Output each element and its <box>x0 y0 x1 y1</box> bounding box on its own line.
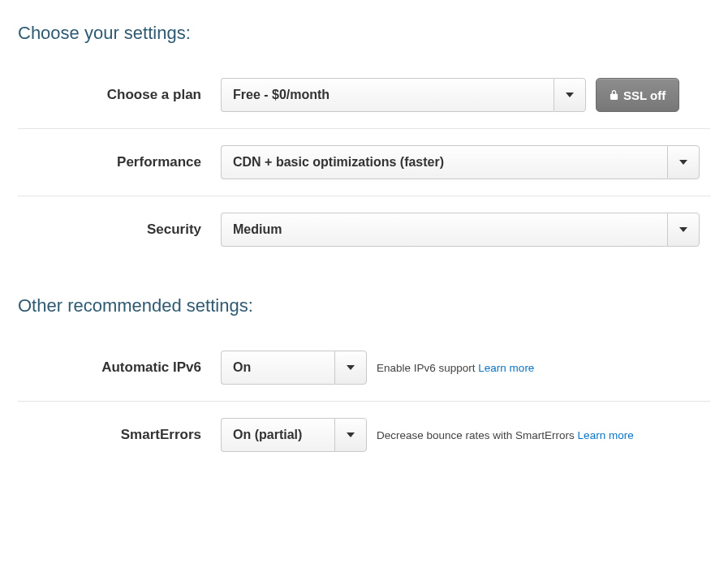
smarterrors-hint-text: Decrease bounce rates with SmartErrors <box>377 429 578 441</box>
smarterrors-learn-more-link[interactable]: Learn more <box>578 429 634 441</box>
smarterrors-label: SmartErrors <box>18 427 221 443</box>
smarterrors-select-caret <box>334 418 367 452</box>
performance-select-caret <box>667 145 700 179</box>
row-smarterrors: SmartErrors On (partial) Decrease bounce… <box>18 402 710 468</box>
chevron-down-icon <box>347 365 355 370</box>
lock-icon <box>610 89 618 101</box>
row-security: Security Medium <box>18 196 710 263</box>
plan-label: Choose a plan <box>18 87 221 103</box>
plan-select-caret <box>554 78 586 112</box>
chevron-down-icon <box>347 432 355 437</box>
ipv6-learn-more-link[interactable]: Learn more <box>478 362 534 374</box>
security-label: Security <box>18 222 221 238</box>
ipv6-select-value: On <box>221 351 334 385</box>
row-choose-plan: Choose a plan Free - $0/month SSL off <box>18 62 710 129</box>
performance-select[interactable]: CDN + basic optimizations (faster) <box>221 145 700 179</box>
security-select[interactable]: Medium <box>221 213 700 247</box>
ipv6-hint-text: Enable IPv6 support <box>377 362 478 374</box>
ipv6-select-caret <box>334 351 367 385</box>
ipv6-select[interactable]: On <box>221 351 367 385</box>
chevron-down-icon <box>566 93 574 97</box>
performance-select-value: CDN + basic optimizations (faster) <box>221 145 667 179</box>
smarterrors-select-value: On (partial) <box>221 418 334 452</box>
chevron-down-icon <box>679 160 687 165</box>
ipv6-label: Automatic IPv6 <box>18 359 221 376</box>
plan-select-value: Free - $0/month <box>221 78 554 112</box>
chevron-down-icon <box>679 227 687 232</box>
security-select-value: Medium <box>221 213 667 247</box>
ssl-off-button[interactable]: SSL off <box>596 78 679 112</box>
row-ipv6: Automatic IPv6 On Enable IPv6 support Le… <box>18 334 710 402</box>
ssl-button-label: SSL off <box>623 88 666 102</box>
plan-select[interactable]: Free - $0/month <box>221 78 586 112</box>
security-select-caret <box>667 213 700 247</box>
ipv6-hint: Enable IPv6 support Learn more <box>377 362 534 374</box>
performance-label: Performance <box>18 154 221 170</box>
smarterrors-select[interactable]: On (partial) <box>221 418 367 452</box>
other-settings-heading: Other recommended settings: <box>18 295 710 316</box>
smarterrors-hint: Decrease bounce rates with SmartErrors L… <box>377 429 634 441</box>
settings-heading: Choose your settings: <box>18 23 710 44</box>
row-performance: Performance CDN + basic optimizations (f… <box>18 129 710 196</box>
